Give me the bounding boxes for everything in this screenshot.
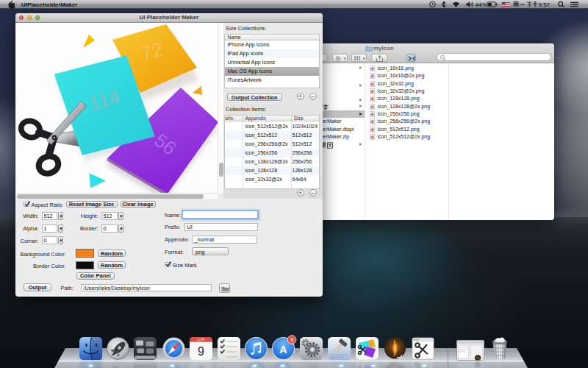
svg-text:9: 9 xyxy=(198,345,204,358)
svg-text:9:57: 9:57 xyxy=(539,1,551,8)
svg-text:A: A xyxy=(279,343,287,355)
svg-text:12: 12 xyxy=(197,338,201,342)
svg-text:3: 3 xyxy=(290,336,293,343)
svg-text:44%: 44% xyxy=(476,1,487,8)
svg-text:9: 9 xyxy=(198,363,204,368)
